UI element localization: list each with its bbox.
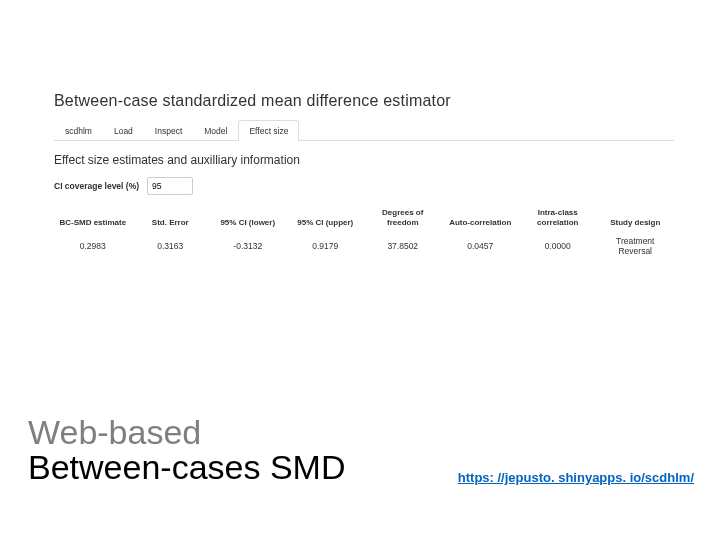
app-url-link[interactable]: https: //jepusto. shinyapps. io/scdhlm/ (458, 470, 694, 485)
col-df: Degrees of freedom (364, 205, 442, 233)
caption-line2: Between-cases SMD (28, 450, 345, 486)
ci-coverage-row: CI coverage level (%) (54, 177, 674, 195)
tab-model[interactable]: Model (193, 120, 238, 140)
table-row: 0.2983 0.3163 -0.3132 0.9179 37.8502 0.0… (54, 233, 674, 259)
ci-coverage-label: CI coverage level (%) (54, 181, 139, 191)
tab-inspect[interactable]: Inspect (144, 120, 193, 140)
cell-bc-smd: 0.2983 (54, 233, 132, 259)
col-icc: Intra-class correlation (519, 205, 597, 233)
results-table: BC-SMD estimate Std. Error 95% CI (lower… (54, 205, 674, 259)
tab-effect-size[interactable]: Effect size (238, 120, 299, 141)
cell-icc: 0.0000 (519, 233, 597, 259)
cell-ci-lower: -0.3132 (209, 233, 287, 259)
tab-load[interactable]: Load (103, 120, 144, 140)
ci-coverage-input[interactable] (147, 177, 193, 195)
col-std-error: Std. Error (132, 205, 210, 233)
tab-scdhlm[interactable]: scdhlm (54, 120, 103, 140)
cell-design: Treatment Reversal (597, 233, 675, 259)
slide: Between-case standardized mean differenc… (0, 0, 720, 540)
cell-std-error: 0.3163 (132, 233, 210, 259)
cell-ci-upper: 0.9179 (287, 233, 365, 259)
slide-url: https: //jepusto. shinyapps. io/scdhlm/ (458, 468, 694, 486)
app-screenshot-panel: Between-case standardized mean differenc… (54, 92, 674, 259)
caption-line1: Web-based (28, 415, 345, 451)
section-title: Effect size estimates and auxilliary inf… (54, 153, 674, 167)
cell-df: 37.8502 (364, 233, 442, 259)
tab-bar: scdhlm Load Inspect Model Effect size (54, 120, 674, 141)
cell-autocorr: 0.0457 (442, 233, 520, 259)
slide-caption: Web-based Between-cases SMD (28, 415, 345, 486)
col-design: Study design (597, 205, 675, 233)
table-header-row: BC-SMD estimate Std. Error 95% CI (lower… (54, 205, 674, 233)
col-autocorr: Auto-correlation (442, 205, 520, 233)
col-ci-upper: 95% CI (upper) (287, 205, 365, 233)
col-ci-lower: 95% CI (lower) (209, 205, 287, 233)
app-title: Between-case standardized mean differenc… (54, 92, 674, 110)
col-bc-smd: BC-SMD estimate (54, 205, 132, 233)
